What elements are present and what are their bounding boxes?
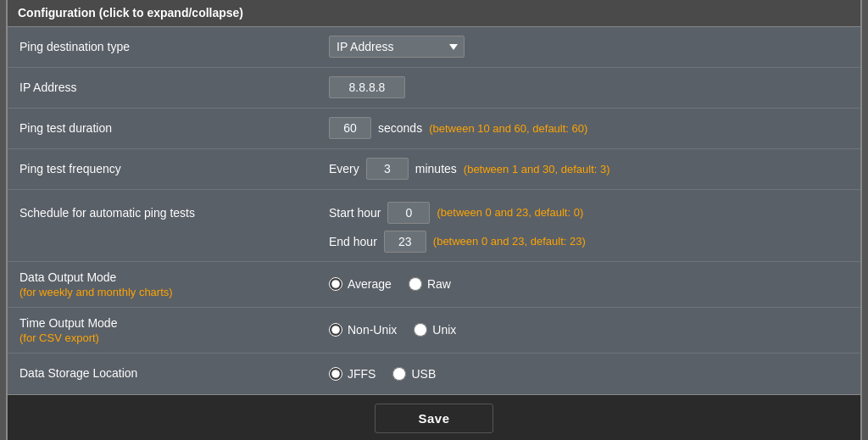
save-bar: Save bbox=[8, 394, 860, 441]
save-button[interactable]: Save bbox=[375, 404, 492, 433]
row-data-output-mode: Data Output Mode (for weekly and monthly… bbox=[8, 262, 860, 308]
end-hour-hint: (between 0 and 23, default: 23) bbox=[433, 235, 586, 248]
row-schedule: Schedule for automatic ping tests Start … bbox=[8, 190, 860, 262]
row-ping-test-duration: Ping test duration seconds (between 10 a… bbox=[8, 109, 860, 149]
config-panel: Configuration (click to expand/collapse)… bbox=[6, 0, 862, 440]
start-hour-hint: (between 0 and 23, default: 0) bbox=[437, 206, 583, 219]
data-output-radio-group: Average Raw bbox=[329, 277, 451, 291]
storage-location-radio-group: JFFS USB bbox=[329, 367, 436, 381]
start-hour-label: Start hour bbox=[329, 206, 381, 220]
radio-jffs-input[interactable] bbox=[329, 367, 342, 381]
ping-destination-select[interactable]: IP Address Hostname bbox=[329, 36, 465, 58]
ping-frequency-suffix: minutes bbox=[415, 162, 457, 175]
radio-usb-input[interactable] bbox=[392, 367, 406, 381]
start-hour-input[interactable] bbox=[387, 202, 430, 224]
panel-body: Ping destination type IP Address Hostnam… bbox=[8, 27, 860, 394]
content-ping-test-frequency: Every minutes (between 1 and 30, default… bbox=[317, 149, 860, 188]
radio-non-unix-label: Non-Unix bbox=[348, 323, 397, 337]
row-ip-address: IP Address bbox=[8, 68, 860, 109]
ping-frequency-hint: (between 1 and 30, default: 3) bbox=[464, 163, 610, 175]
row-data-storage-location: Data Storage Location JFFS USB bbox=[8, 354, 860, 394]
content-time-output-mode: Non-Unix Unix bbox=[317, 315, 860, 345]
label-time-output-mode: Time Output Mode bbox=[19, 316, 305, 330]
label-ip-address: IP Address bbox=[8, 71, 317, 103]
radio-unix-input[interactable] bbox=[414, 323, 427, 337]
label-ping-destination-type: Ping destination type bbox=[8, 31, 317, 63]
content-data-output-mode: Average Raw bbox=[317, 269, 860, 299]
schedule-start-row: Start hour (between 0 and 23, default: 0… bbox=[329, 202, 849, 224]
time-output-radio-group: Non-Unix Unix bbox=[329, 323, 456, 337]
radio-non-unix[interactable]: Non-Unix bbox=[329, 323, 397, 337]
ping-duration-hint: (between 10 and 60, default: 60) bbox=[429, 122, 587, 135]
ping-duration-input[interactable] bbox=[329, 117, 371, 139]
content-data-storage-location: JFFS USB bbox=[317, 359, 860, 389]
content-ping-destination-type: IP Address Hostname bbox=[317, 27, 860, 66]
label-ping-test-frequency: Ping test frequency bbox=[8, 153, 317, 185]
panel-header[interactable]: Configuration (click to expand/collapse) bbox=[8, 0, 860, 27]
radio-average[interactable]: Average bbox=[329, 277, 392, 291]
radio-non-unix-input[interactable] bbox=[329, 323, 342, 337]
ping-frequency-prefix: Every bbox=[329, 162, 359, 175]
radio-usb[interactable]: USB bbox=[392, 367, 436, 381]
radio-average-input[interactable] bbox=[329, 277, 342, 291]
row-time-output-mode: Time Output Mode (for CSV export) Non-Un… bbox=[8, 308, 860, 354]
end-hour-input[interactable] bbox=[384, 231, 426, 253]
radio-jffs[interactable]: JFFS bbox=[329, 367, 376, 381]
select-wrapper-destination: IP Address Hostname bbox=[329, 36, 465, 58]
end-hour-label: End hour bbox=[329, 235, 377, 248]
radio-unix[interactable]: Unix bbox=[414, 323, 456, 337]
row-ping-destination-type: Ping destination type IP Address Hostnam… bbox=[8, 27, 860, 68]
label-data-output-mode: Data Output Mode bbox=[19, 270, 305, 284]
ping-duration-suffix: seconds bbox=[378, 121, 422, 135]
label-container-data-output: Data Output Mode (for weekly and monthly… bbox=[8, 262, 317, 307]
content-ip-address bbox=[317, 68, 860, 107]
label-ping-test-duration: Ping test duration bbox=[8, 112, 317, 144]
content-schedule: Start hour (between 0 and 23, default: 0… bbox=[317, 193, 860, 261]
label-data-storage-location: Data Storage Location bbox=[8, 357, 317, 389]
ip-address-input[interactable] bbox=[329, 76, 405, 98]
row-ping-test-frequency: Ping test frequency Every minutes (betwe… bbox=[8, 149, 860, 190]
radio-raw-label: Raw bbox=[427, 277, 451, 291]
ping-frequency-input[interactable] bbox=[366, 158, 409, 180]
label-schedule: Schedule for automatic ping tests bbox=[8, 193, 317, 229]
radio-average-label: Average bbox=[348, 277, 392, 291]
radio-raw-input[interactable] bbox=[409, 277, 422, 291]
schedule-end-row: End hour (between 0 and 23, default: 23) bbox=[329, 231, 849, 253]
radio-raw[interactable]: Raw bbox=[409, 277, 451, 291]
label-data-output-mode-sub: (for weekly and monthly charts) bbox=[19, 286, 305, 298]
label-time-output-mode-sub: (for CSV export) bbox=[19, 331, 305, 344]
label-container-time-output: Time Output Mode (for CSV export) bbox=[8, 308, 317, 353]
radio-unix-label: Unix bbox=[432, 323, 456, 337]
radio-jffs-label: JFFS bbox=[348, 367, 376, 381]
content-ping-test-duration: seconds (between 10 and 60, default: 60) bbox=[317, 109, 860, 148]
radio-usb-label: USB bbox=[411, 367, 436, 381]
